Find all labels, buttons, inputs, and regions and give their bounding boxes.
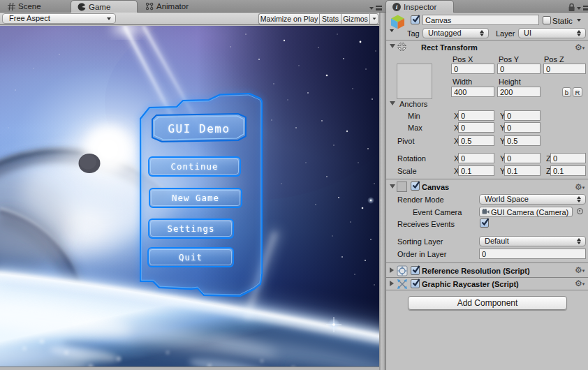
aspect-dropdown[interactable]: Free Aspect: [2, 13, 116, 24]
tab-inspector[interactable]: i Inspector: [385, 0, 454, 13]
menu-button-quit[interactable]: Quit: [148, 248, 233, 267]
rect-transform-foldout[interactable]: [390, 44, 395, 48]
graphic-raycaster-checkbox[interactable]: [411, 279, 420, 288]
gizmos-dropdown-button[interactable]: [369, 13, 378, 24]
event-camera-object-field[interactable]: GUI Camera (Camera): [479, 207, 573, 217]
tab-animator[interactable]: Animator: [139, 0, 210, 13]
scale-z-field[interactable]: [550, 165, 586, 176]
maximize-on-play-label: Maximize on Play: [260, 15, 318, 23]
graphic-raycaster-title: Graphic Raycaster (Script): [422, 280, 519, 288]
rotation-z-field[interactable]: [550, 153, 586, 163]
raw-edit-button-label: R: [575, 89, 580, 96]
anchors-max-x-field[interactable]: [458, 122, 494, 133]
game-object-icon-caret[interactable]: [390, 29, 394, 32]
anchor-preview-box[interactable]: [397, 64, 432, 99]
game-object-name-field[interactable]: [422, 15, 539, 25]
pos-y-field[interactable]: [497, 64, 541, 74]
game-pane-menu[interactable]: [369, 6, 382, 10]
inspector-info-icon: i: [392, 3, 401, 11]
menu-button-settings[interactable]: Settings: [149, 219, 233, 238]
receives-events-checkbox[interactable]: [480, 219, 489, 228]
render-mode-dropdown[interactable]: World Space: [479, 194, 586, 205]
blueprint-mode-button[interactable]: b: [562, 87, 571, 97]
add-component-button[interactable]: Add Component: [408, 296, 567, 310]
rect-transform-title: Rect Transform: [421, 43, 478, 52]
window-bottom-edge: [0, 367, 379, 370]
dropdown-caret-icon: [107, 17, 111, 20]
blueprint-button-label: b: [565, 89, 568, 96]
width-label: Width: [453, 77, 472, 86]
gear-icon[interactable]: ⚙: [575, 266, 585, 276]
sorting-layer-dropdown[interactable]: Default: [479, 236, 586, 246]
raw-edit-mode-button[interactable]: R: [573, 87, 582, 97]
rect-transform-icon: [396, 41, 408, 55]
order-in-layer-label: Order in Layer: [397, 250, 446, 258]
pos-x-field[interactable]: [451, 64, 494, 74]
anchors-foldout[interactable]: [390, 101, 395, 105]
reference-resolution-foldout[interactable]: [390, 267, 394, 273]
pos-z-field[interactable]: [543, 64, 586, 74]
order-in-layer-field[interactable]: [479, 249, 586, 259]
tab-scene[interactable]: Scene: [1, 0, 69, 13]
checkmark-icon: [411, 279, 421, 288]
graphic-raycaster-foldout[interactable]: [390, 281, 394, 286]
tab-game[interactable]: Game: [71, 0, 138, 13]
game-object-enabled-checkbox[interactable]: [411, 15, 420, 24]
menu-button-new-game[interactable]: New Game: [149, 188, 242, 207]
stats-button[interactable]: Stats: [319, 13, 341, 24]
scene-grid-icon: [8, 3, 15, 10]
static-checkbox[interactable]: [543, 16, 551, 24]
gizmos-button[interactable]: Gizmos: [341, 13, 369, 24]
height-label: Height: [499, 77, 521, 86]
anchors-min-y-field[interactable]: [504, 110, 541, 121]
rotation-y-field[interactable]: [504, 153, 541, 163]
gear-icon[interactable]: ⚙: [575, 279, 585, 289]
inspector-pane-menu[interactable]: [577, 6, 588, 10]
canvas-component-icon: [397, 182, 407, 192]
height-field[interactable]: [497, 87, 541, 97]
anchors-min-label: Min: [408, 112, 420, 120]
object-picker-icon[interactable]: [577, 208, 583, 214]
pivot-x-field[interactable]: [458, 135, 494, 146]
tab-game-label: Game: [89, 3, 110, 11]
game-menu-panel: GUI Demo Continue New Game Sett: [140, 94, 262, 296]
game-scene: GUI Demo Continue New Game Sett: [0, 26, 379, 367]
gizmos-label: Gizmos: [343, 15, 368, 23]
tag-dropdown[interactable]: Untagged: [422, 28, 489, 38]
anchors-min-x-field[interactable]: [458, 110, 494, 121]
reference-resolution-title: Reference Resolution (Script): [422, 267, 530, 275]
static-label: Static: [552, 17, 573, 25]
rotation-x-field[interactable]: [458, 153, 494, 163]
anchors-max-label: Max: [408, 124, 422, 132]
pane-splitter[interactable]: [379, 13, 385, 370]
canvas-component-title: Canvas: [422, 183, 449, 191]
camera-icon: [482, 209, 490, 215]
checkmark-icon: [411, 15, 421, 24]
canvas-foldout[interactable]: [390, 184, 395, 188]
checkmark-icon: [411, 265, 421, 275]
static-dropdown-caret[interactable]: [577, 19, 581, 22]
reference-resolution-checkbox[interactable]: [411, 266, 420, 275]
width-field[interactable]: [451, 87, 494, 97]
canvas-enabled-checkbox[interactable]: [411, 182, 420, 191]
gear-icon[interactable]: ⚙: [575, 183, 585, 193]
scale-y-field[interactable]: [504, 165, 541, 176]
pane-menu-lines-icon: [376, 6, 382, 10]
scale-x-field[interactable]: [458, 165, 494, 176]
pane-menu-caret-icon: [577, 7, 581, 10]
layer-dropdown[interactable]: UI: [518, 28, 586, 38]
gear-icon[interactable]: ⚙: [575, 43, 585, 53]
pivot-y-field[interactable]: [504, 135, 541, 146]
dropdown-updown-icon: [577, 30, 582, 36]
scale-label: Scale: [397, 167, 417, 175]
render-mode-value: World Space: [485, 195, 529, 203]
menu-button-continue[interactable]: Continue: [149, 157, 240, 176]
pos-y-label: Pos Y: [499, 55, 519, 64]
maximize-on-play-button[interactable]: Maximize on Play: [258, 13, 319, 24]
anchors-max-y-field[interactable]: [504, 122, 541, 133]
menu-title: GUI Demo: [168, 122, 230, 135]
new-game-button-label: New Game: [172, 193, 219, 203]
continue-button-label: Continue: [170, 161, 218, 172]
game-viewport[interactable]: GUI Demo Continue New Game Sett: [0, 26, 379, 367]
divider: [386, 262, 588, 263]
